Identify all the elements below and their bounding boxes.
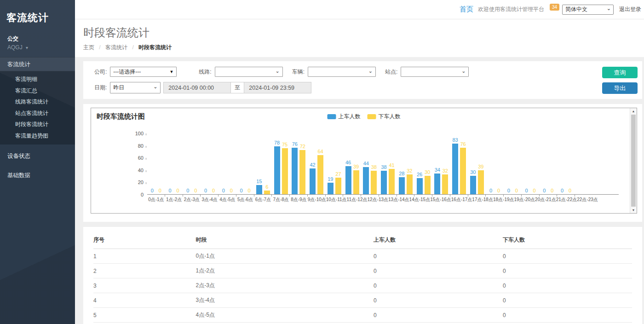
table-cell: 3 [93,278,196,293]
chevron-down-icon: ⌄ [461,68,466,74]
bar[interactable] [381,171,387,194]
bar[interactable] [399,177,405,194]
bar-column: 0 [192,188,200,194]
query-button[interactable]: 查询 [602,67,638,78]
x-axis-label: 4点-5点 [218,197,236,203]
chart-plot: 0000000000001567875767242641927463944383… [147,133,619,203]
x-axis-label: 3点-4点 [201,197,218,203]
date-preset-select[interactable]: 昨日 ⌄ [110,82,161,93]
legend-swatch-board [328,114,336,119]
station-select[interactable]: ⌄ [401,67,469,77]
bar[interactable] [282,148,288,194]
notification-badge[interactable]: 34 [550,4,559,11]
chart-scrollbar[interactable]: ▲ ▼ [630,108,637,213]
bar[interactable] [328,183,334,194]
col-header-seq: 序号 [93,232,196,249]
bar[interactable] [274,146,280,194]
bar-column: 30 [469,169,477,194]
sidebar-submenu: 客流明细客流汇总线路客流统计站点客流统计时段客流统计客流量趋势图 [0,71,75,145]
sidebar-section-device-status[interactable]: 设备状态 [0,148,75,164]
bar[interactable] [407,174,413,194]
bar-value-label: 15 [256,179,262,184]
date-to-label: 至 [231,82,244,93]
vehicle-select[interactable]: ⌄ [308,67,376,77]
bar-column: 0 [487,188,495,194]
x-axis-labels: 0点-1点1点-2点2点-3点3点-4点4点-5点5点-6点6点-7点7点-8点… [147,197,619,203]
caret-down-icon: ▾ [26,45,28,50]
page-title: 时段客流统计 [83,25,644,40]
bar[interactable] [310,168,316,194]
x-axis-label: 5点-6点 [236,197,254,203]
sidebar-subitem[interactable]: 客流汇总 [0,85,75,97]
bar[interactable] [389,169,395,194]
logout-link[interactable]: 退出登录 [619,6,641,13]
sidebar-subitem[interactable]: 站点客流统计 [0,108,75,119]
table-row: 43点-4点00 [93,293,632,308]
bar-column: 38 [380,164,388,194]
bar[interactable] [470,176,476,194]
bar[interactable] [345,166,351,194]
bar[interactable] [264,191,270,194]
company-label: 公司: [94,68,107,76]
sidebar-subitem[interactable]: 客流量趋势图 [0,130,75,142]
home-link[interactable]: 首页 [460,5,473,14]
legend-label-board: 上车人数 [339,113,361,121]
breadcrumb-section[interactable]: 客流统计 [105,44,127,51]
bar-value-label: 44 [363,161,369,166]
bar[interactable] [256,185,262,194]
bar-column: 0 [210,188,218,194]
bar-column: 32 [441,168,449,194]
bar[interactable] [299,150,305,194]
bar[interactable] [371,171,377,194]
scrollbar-thumb[interactable] [631,115,636,207]
bar-column: 0 [505,188,512,194]
bar-value-label: 0 [177,188,179,193]
bar[interactable] [417,178,423,194]
company-select[interactable]: ---请选择--- ▼ [110,67,177,77]
bar[interactable] [335,178,341,194]
x-axis-label: 17点-18点 [472,197,493,203]
sidebar-section-base-data[interactable]: 基础数据 [0,168,75,183]
bar-value-label: 39 [353,164,359,169]
bar-value-label: 32 [407,168,412,174]
scroll-down-icon[interactable]: ▼ [630,208,637,212]
line-select[interactable]: ⌄ [215,67,283,77]
legend-item-board[interactable]: 上车人数 [328,113,361,121]
legend-item-alight[interactable]: 下车人数 [368,113,401,121]
bar[interactable] [317,155,323,194]
sidebar-subitem[interactable]: 客流明细 [0,74,75,85]
start-date-input[interactable]: 2024-01-09 00:00 [163,82,231,93]
sidebar-subitem[interactable]: 线路客流统计 [0,96,75,108]
bar[interactable] [434,174,440,194]
sidebar-subitem[interactable]: 时段客流统计 [0,119,75,130]
breadcrumb-home[interactable]: 主页 [83,44,94,51]
org-selector[interactable]: AQGJ ▾ [0,43,75,57]
bar[interactable] [353,170,359,194]
bar[interactable] [452,144,458,194]
bar-value-label: 0 [194,188,197,193]
bar[interactable] [478,170,484,194]
bar-value-label: 27 [335,171,341,177]
bar[interactable] [425,176,431,194]
bar-value-label: 0 [569,188,571,193]
bar-column: 39 [477,164,485,194]
bar-value-label: 75 [282,142,288,147]
table-cell: 0 [503,264,632,278]
bar[interactable] [460,148,466,194]
sidebar-section-passenger-stats[interactable]: 客流统计 [0,57,75,71]
y-axis-tick-label: 20 [129,179,144,185]
scroll-up-icon[interactable]: ▲ [630,110,637,113]
bar-column: 0 [495,188,503,194]
end-date-input[interactable]: 2024-01-09 23:59 [244,82,311,93]
export-button[interactable]: 导出 [602,82,638,94]
x-axis-label: 19点-20点 [514,197,535,203]
bar-value-label: 0 [151,188,154,193]
bar[interactable] [442,174,448,194]
bar[interactable] [363,167,369,194]
x-axis-label: 14点-15点 [409,197,431,203]
y-axis-tick-mark [146,158,146,160]
language-select[interactable]: 简体中文 ⌄ [562,5,614,15]
bar-value-label: 0 [543,188,546,193]
y-axis-tick-label: 40 [129,168,144,173]
bar[interactable] [292,148,298,194]
